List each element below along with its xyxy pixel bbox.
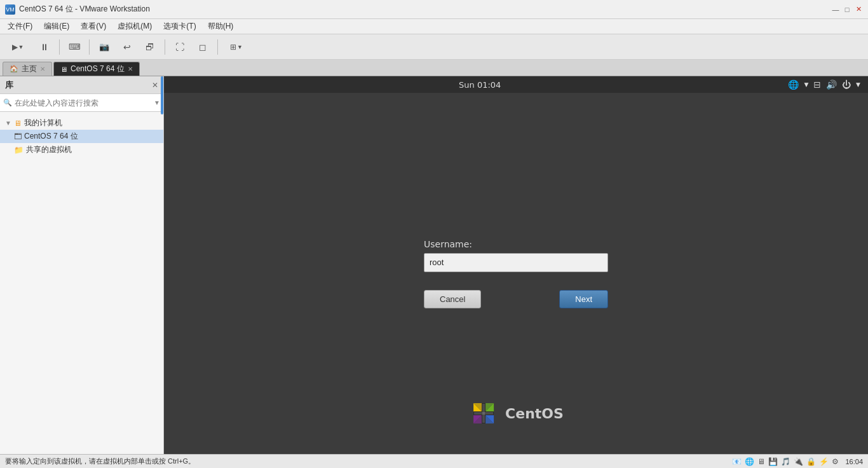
tab-centos[interactable]: 🖥 CentOS 7 64 位 ✕	[53, 62, 140, 76]
centos-topbar-right: 🌐 ▼ ⊟ 🔊 ⏻ ▼	[788, 79, 860, 90]
title-bar: VM CentOS 7 64 位 - VMware Workstation — …	[0, 0, 868, 19]
tab-home[interactable]: 🏠 主页 ✕	[3, 62, 52, 76]
toolbar: ▶ ▼ ⏸ ⌨ 📷 ↩ 🗗 ⛶ ◻ ⊞ ▼	[0, 34, 868, 60]
view-dropdown-icon: ▼	[237, 44, 243, 50]
tab-home-close[interactable]: ✕	[40, 65, 45, 72]
tree-shared-vms-label: 共享的虚拟机	[26, 144, 72, 155]
centos-power-dropdown: ▼	[856, 81, 860, 88]
centos-power-icon[interactable]: ⏻	[842, 79, 851, 90]
centos-logo-area: CentOS	[468, 398, 564, 429]
search-icon: 🔍	[3, 99, 12, 107]
window-controls: — □ ✕	[831, 5, 863, 14]
tree-expand-icon: ▼	[5, 120, 11, 127]
sidebar-title: 库	[5, 79, 13, 91]
computer-icon: 🖥	[14, 119, 22, 128]
cancel-button[interactable]: Cancel	[424, 290, 481, 308]
bottom-icon-5[interactable]: 🎵	[781, 457, 790, 466]
next-button[interactable]: Next	[559, 290, 608, 308]
centos-sound-icon[interactable]: 🔊	[826, 79, 837, 90]
send-key-button[interactable]: ⌨	[64, 37, 85, 57]
revert-button[interactable]: ↩	[117, 37, 137, 57]
sidebar-search-bar: 🔍 ▼	[0, 94, 163, 112]
centos-screen-icon[interactable]: ⊟	[813, 79, 821, 90]
tree-my-computer-label: 我的计算机	[24, 118, 62, 128]
vm-screen[interactable]: Sun 01:04 🌐 ▼ ⊟ 🔊 ⏻ ▼ Username:	[164, 76, 868, 454]
main-layout: 库 ✕ 🔍 ▼ ▼ 🖥 我的计算机 🗔 CentOS 7 64 位 📁	[0, 76, 868, 454]
centos-logo-icon	[468, 398, 499, 429]
toolbar-sep-2	[89, 39, 90, 55]
tree-item-my-computer[interactable]: ▼ 🖥 我的计算机	[0, 116, 163, 130]
close-button[interactable]: ✕	[854, 5, 863, 14]
tab-home-label: 主页	[22, 64, 37, 74]
bottom-icon-1[interactable]: 📧	[732, 457, 742, 466]
status-text: 要将输入定向到该虚拟机，请在虚拟机内部单击或按 Ctrl+G。	[5, 457, 728, 466]
unity-icon: ◻	[199, 42, 207, 52]
fullscreen-button[interactable]: ⛶	[170, 37, 190, 57]
bottombar: 要将输入定向到该虚拟机，请在虚拟机内部单击或按 Ctrl+G。 📧 🌐 🖥 💾 …	[0, 454, 868, 468]
username-input[interactable]	[424, 253, 608, 272]
bottom-icon-6[interactable]: 🔌	[794, 457, 803, 466]
bottom-icon-2[interactable]: 🌐	[745, 457, 754, 466]
vm-tab-icon: 🖥	[60, 65, 67, 73]
pause-button[interactable]: ⏸	[34, 37, 55, 57]
unity-button[interactable]: ◻	[193, 37, 213, 57]
login-buttons: Cancel Next	[424, 290, 608, 308]
menu-help[interactable]: 帮助(H)	[203, 20, 239, 33]
app-icon: VM	[5, 4, 15, 15]
clone-icon: 🗗	[146, 42, 154, 52]
pause-icon: ⏸	[40, 42, 49, 52]
toolbar-sep-1	[59, 39, 60, 55]
keyboard-icon: ⌨	[69, 42, 81, 52]
centos-network-dropdown: ▼	[804, 81, 808, 88]
sidebar-close-button[interactable]: ✕	[152, 81, 158, 90]
snapshot-button[interactable]: 📷	[94, 37, 114, 57]
home-icon: 🏠	[10, 65, 18, 73]
view-toggle-button[interactable]: ⊞ ▼	[222, 37, 250, 57]
vm-icon: 🗔	[14, 132, 22, 141]
tree-item-shared-vms[interactable]: 📁 共享的虚拟机	[0, 143, 163, 156]
power-dropdown-icon: ▼	[18, 44, 24, 50]
menu-view[interactable]: 查看(V)	[76, 20, 111, 33]
menu-bar: 文件(F) 编辑(E) 查看(V) 虚拟机(M) 选项卡(T) 帮助(H)	[0, 19, 868, 34]
status-icons: 📧 🌐 🖥 💾 🎵 🔌 🔒 ⚡ ⚙ 16:04	[732, 457, 863, 466]
menu-tabs[interactable]: 选项卡(T)	[158, 20, 201, 33]
shared-vms-icon: 📁	[14, 146, 24, 155]
sidebar-scrollbar[interactable]	[161, 76, 163, 114]
bottom-icon-8[interactable]: ⚡	[819, 457, 829, 466]
bottom-icon-4[interactable]: 💾	[768, 457, 778, 466]
centos-network-icon[interactable]: 🌐	[788, 79, 799, 90]
tab-centos-close[interactable]: ✕	[128, 65, 133, 72]
menu-edit[interactable]: 编辑(E)	[39, 20, 74, 33]
sidebar-header: 库 ✕	[0, 76, 163, 94]
sidebar-search-input[interactable]	[15, 99, 151, 107]
tab-centos-label: CentOS 7 64 位	[71, 64, 125, 74]
power-icon: ▶	[12, 43, 18, 52]
menu-vm[interactable]: 虚拟机(M)	[112, 20, 157, 33]
sidebar: 库 ✕ 🔍 ▼ ▼ 🖥 我的计算机 🗔 CentOS 7 64 位 📁	[0, 76, 164, 454]
tab-bar: 🏠 主页 ✕ 🖥 CentOS 7 64 位 ✕	[0, 60, 868, 76]
toolbar-sep-4	[217, 39, 218, 55]
username-label: Username:	[424, 239, 472, 249]
tree-group-my-computer: ▼ 🖥 我的计算机 🗔 CentOS 7 64 位 📁 共享的虚拟机	[0, 115, 163, 158]
power-button[interactable]: ▶ ▼	[4, 37, 32, 57]
maximize-button[interactable]: □	[843, 5, 851, 14]
centos-time: Sun 01:04	[459, 80, 501, 90]
sidebar-search-dropdown[interactable]: ▼	[154, 99, 160, 106]
tree-centos-label: CentOS 7 64 位	[24, 131, 78, 142]
centos-desktop: Sun 01:04 🌐 ▼ ⊟ 🔊 ⏻ ▼ Username:	[164, 76, 868, 454]
clone-button[interactable]: 🗗	[140, 37, 160, 57]
bottom-icon-9[interactable]: ⚙	[832, 457, 839, 466]
menu-file[interactable]: 文件(F)	[3, 20, 37, 33]
login-input-wrapper: Username:	[424, 239, 608, 272]
window-title: CentOS 7 64 位 - VMware Workstation	[19, 4, 831, 15]
snapshot-icon: 📷	[99, 42, 109, 52]
bottom-icon-3[interactable]: 🖥	[757, 457, 765, 466]
svg-rect-3	[474, 412, 493, 415]
toolbar-sep-3	[165, 39, 165, 55]
minimize-button[interactable]: —	[831, 5, 840, 14]
revert-icon: ↩	[123, 42, 131, 52]
view-icon: ⊞	[230, 43, 236, 52]
bottom-icon-7[interactable]: 🔒	[806, 457, 816, 466]
login-area: Username: Cancel Next	[164, 93, 868, 454]
tree-item-centos[interactable]: 🗔 CentOS 7 64 位	[0, 130, 163, 143]
